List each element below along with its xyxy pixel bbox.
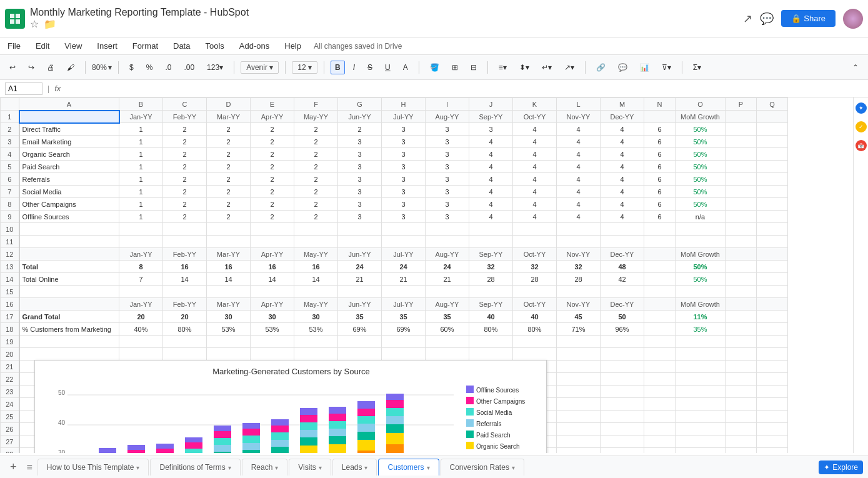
cell-r20-c5[interactable] [294, 348, 338, 361]
cell-r5-c1[interactable]: 1 [119, 161, 163, 173]
cell-r6-c7[interactable]: 3 [382, 173, 426, 186]
cell-r1-c13[interactable] [644, 111, 676, 123]
menu-file[interactable]: File [5, 40, 23, 52]
cell-r7-c8[interactable]: 3 [426, 186, 469, 198]
cell-r28-c13[interactable] [644, 448, 676, 454]
col-header-b[interactable]: B [119, 98, 163, 111]
cell-r10-c3[interactable] [207, 223, 251, 236]
cell-r8-c8[interactable]: 3 [426, 198, 469, 211]
cell-r5-c3[interactable]: 2 [207, 161, 251, 173]
cell-r1-c9[interactable]: Sep-YY [469, 111, 513, 123]
cell-r21-c14[interactable] [676, 361, 726, 373]
cell-r27-c14[interactable] [676, 436, 726, 448]
col-header-c[interactable]: C [163, 98, 207, 111]
cell-r10-c14[interactable] [676, 223, 726, 236]
cell-r3-c14[interactable]: 50% [676, 136, 726, 148]
cell-r4-c14[interactable]: 50% [676, 148, 726, 161]
cell-r7-c13[interactable]: 6 [644, 186, 676, 198]
cell-r6-c5[interactable]: 2 [294, 173, 338, 186]
cell-r7-c11[interactable]: 4 [557, 186, 601, 198]
cell-r4-c13[interactable]: 6 [644, 148, 676, 161]
cell-r1-c15[interactable] [726, 111, 757, 123]
tab-dropdown-conversion-rates[interactable]: ▾ [512, 464, 515, 471]
cell-r16-c15[interactable] [726, 298, 757, 311]
cell-r10-c2[interactable] [163, 223, 207, 236]
cell-r2-c3[interactable]: 2 [207, 123, 251, 136]
cell-r22-c11[interactable] [557, 373, 601, 386]
cell-r7-c15[interactable] [726, 186, 757, 198]
cell-r15-c5[interactable] [294, 286, 338, 298]
cell-r17-c6[interactable]: 35 [338, 311, 382, 323]
cell-r19-c12[interactable] [601, 336, 644, 348]
cell-r16-c4[interactable]: Apr-YY [251, 298, 294, 311]
cell-r1-c11[interactable]: Nov-YY [557, 111, 601, 123]
cell-r26-c12[interactable] [601, 423, 644, 436]
cell-r14-c0[interactable]: Total Online [19, 273, 119, 286]
cell-r5-c16[interactable] [757, 161, 788, 173]
cell-r19-c2[interactable] [163, 336, 207, 348]
cell-r13-c14[interactable]: 50% [676, 261, 726, 273]
cell-r26-c15[interactable] [726, 423, 757, 436]
decimal-less-button[interactable]: .0 [161, 61, 176, 74]
explore-icon[interactable]: ✦ [856, 102, 867, 114]
cell-r20-c10[interactable] [513, 348, 557, 361]
decimal-more-button[interactable]: .00 [179, 61, 199, 74]
align-button[interactable]: ≡▾ [494, 61, 511, 74]
cell-r15-c13[interactable] [644, 286, 676, 298]
cell-r20-c1[interactable] [119, 348, 163, 361]
cell-r18-c11[interactable]: 71% [557, 323, 601, 336]
cell-r12-c14[interactable]: MoM Growth [676, 248, 726, 261]
cell-r19-c0[interactable] [19, 336, 119, 348]
cell-r10-c9[interactable] [469, 223, 513, 236]
cell-r11-c6[interactable] [338, 236, 382, 248]
sheet-menu-button[interactable]: ≡ [22, 462, 37, 473]
cell-r13-c13[interactable] [644, 261, 676, 273]
col-header-g[interactable]: G [338, 98, 382, 111]
cell-r9-c16[interactable] [757, 211, 788, 223]
rotate-button[interactable]: ↗▾ [560, 61, 579, 74]
cell-r2-c11[interactable]: 4 [557, 123, 601, 136]
cell-r18-c14[interactable]: 35% [676, 323, 726, 336]
tab-leads[interactable]: Leads ▾ [332, 459, 377, 476]
cell-r9-c12[interactable]: 4 [601, 211, 644, 223]
cell-r15-c11[interactable] [557, 286, 601, 298]
cell-r10-c5[interactable] [294, 223, 338, 236]
cell-r15-c16[interactable] [757, 286, 788, 298]
cell-r28-c12[interactable] [601, 448, 644, 454]
cell-r18-c1[interactable]: 40% [119, 323, 163, 336]
cell-r10-c11[interactable] [557, 223, 601, 236]
cell-r3-c7[interactable]: 3 [382, 136, 426, 148]
cell-r11-c12[interactable] [601, 236, 644, 248]
cell-r11-c13[interactable] [644, 236, 676, 248]
cell-r18-c9[interactable]: 80% [469, 323, 513, 336]
collapse-button[interactable]: ⌃ [848, 61, 863, 74]
cell-r27-c15[interactable] [726, 436, 757, 448]
cell-r10-c13[interactable] [644, 223, 676, 236]
cell-r1-c16[interactable] [757, 111, 788, 123]
cell-r3-c8[interactable]: 3 [426, 136, 469, 148]
cell-r15-c7[interactable] [382, 286, 426, 298]
zoom-control[interactable]: 80% ▾ [92, 63, 112, 72]
cell-r28-c15[interactable] [726, 448, 757, 454]
cell-r6-c8[interactable]: 3 [426, 173, 469, 186]
tab-how-to-use[interactable]: How to Use This Template ▾ [37, 459, 149, 476]
cell-r4-c12[interactable]: 4 [601, 148, 644, 161]
cell-r15-c15[interactable] [726, 286, 757, 298]
cell-r16-c0[interactable] [19, 298, 119, 311]
cell-r4-c9[interactable]: 4 [469, 148, 513, 161]
cell-r16-c1[interactable]: Jan-YY [119, 298, 163, 311]
borders-button[interactable]: ⊞ [447, 61, 462, 74]
cell-r5-c8[interactable]: 3 [426, 161, 469, 173]
cell-r17-c7[interactable]: 35 [382, 311, 426, 323]
cell-r22-c16[interactable] [757, 373, 788, 386]
tab-dropdown-leads[interactable]: ▾ [364, 464, 367, 471]
cell-r13-c16[interactable] [757, 261, 788, 273]
cell-r14-c4[interactable]: 14 [251, 273, 294, 286]
cell-r19-c10[interactable] [513, 336, 557, 348]
cell-r2-c6[interactable]: 2 [338, 123, 382, 136]
cell-r21-c11[interactable] [557, 361, 601, 373]
cell-r17-c15[interactable] [726, 311, 757, 323]
cell-r24-c14[interactable] [676, 398, 726, 411]
cell-r2-c4[interactable]: 2 [251, 123, 294, 136]
cell-r6-c4[interactable]: 2 [251, 173, 294, 186]
